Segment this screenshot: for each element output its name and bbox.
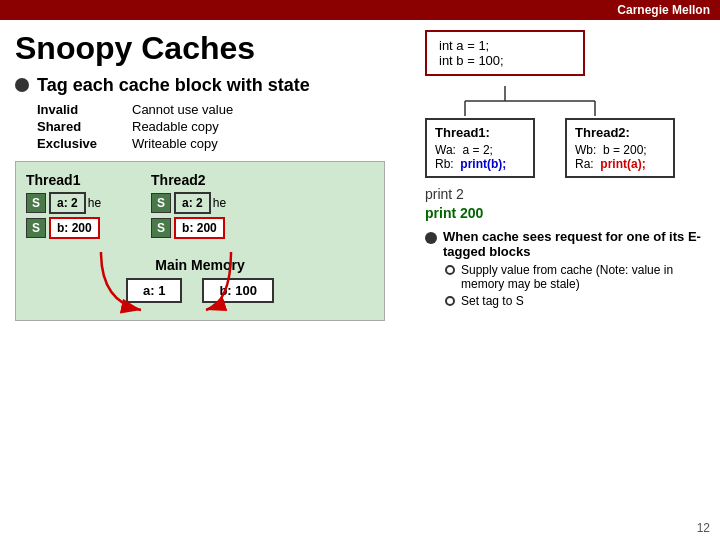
mem-entry-a: a: 1 xyxy=(126,278,182,303)
sub-bullet-1-text: Supply value from cache (Note: value in … xyxy=(461,263,705,291)
main-content: Snoopy Caches Tag each cache block with … xyxy=(0,20,720,331)
right-bullets: When cache sees request for one of its E… xyxy=(425,229,705,308)
print-result-2: print 200 xyxy=(425,205,705,221)
thread1-print-highlight: print(b); xyxy=(460,157,506,171)
states-table: Invalid Cannot use value Shared Readable… xyxy=(37,102,405,151)
cache-blocks-row: Thread1 S a: 2 he S b: 200 Thread2 xyxy=(26,172,374,242)
left-column: Snoopy Caches Tag each cache block with … xyxy=(15,30,405,321)
print-result-1: print 2 xyxy=(425,186,705,202)
thread1-cache: Thread1 S a: 2 he S b: 200 xyxy=(26,172,101,242)
thread2-cache-title: Thread2 xyxy=(151,172,226,188)
state-row-shared: Shared Readable copy xyxy=(37,119,405,134)
state-name-shared: Shared xyxy=(37,119,112,134)
code-box: int a = 1; int b = 100; xyxy=(425,30,585,76)
mem-entry-b: b: 100 xyxy=(202,278,274,303)
state-row-exclusive: Exclusive Writeable copy xyxy=(37,136,405,151)
thread-boxes-row: Thread1: Wa: a = 2; Rb: print(b); Thread… xyxy=(425,118,705,178)
thread2-line1: Wb: b = 200; xyxy=(575,143,665,157)
university-name: Carnegie Mellon xyxy=(617,3,710,17)
page-title: Snoopy Caches xyxy=(15,30,405,67)
thread2-name: Thread2: xyxy=(575,125,665,140)
page-number: 12 xyxy=(697,521,710,535)
state-desc-shared: Readable copy xyxy=(132,119,219,134)
sub-bullet-2: Set tag to S xyxy=(445,294,705,308)
right-column: int a = 1; int b = 100; Thread1: Wa: a =… xyxy=(415,30,705,321)
thread2-entry-a: S a: 2 he xyxy=(151,192,226,214)
state-desc-exclusive: Writeable copy xyxy=(132,136,218,151)
thread1-cache-label-a: he xyxy=(88,196,101,210)
sub-bullet-2-text: Set tag to S xyxy=(461,294,524,308)
thread2-line2: Ra: print(a); xyxy=(575,157,665,171)
sub-bullet-2-icon xyxy=(445,296,455,306)
right-bullet-icon xyxy=(425,232,437,244)
state-name-invalid: Invalid xyxy=(37,102,112,117)
sub-bullet-1: Supply value from cache (Note: value in … xyxy=(445,263,705,291)
code-line-2: int b = 100; xyxy=(439,53,571,68)
thread2-value-b: b: 200 xyxy=(174,217,225,239)
state-name-exclusive: Exclusive xyxy=(37,136,112,151)
thread1-entry-b: S b: 200 xyxy=(26,217,101,239)
main-memory-title: Main Memory xyxy=(26,257,374,273)
header-bar: Carnegie Mellon xyxy=(0,0,720,20)
thread2-info-box: Thread2: Wb: b = 200; Ra: print(a); xyxy=(565,118,675,178)
state-desc-invalid: Cannot use value xyxy=(132,102,233,117)
thread1-cache-title: Thread1 xyxy=(26,172,101,188)
main-memory-entries: a: 1 b: 100 xyxy=(26,278,374,303)
tree-lines xyxy=(425,86,695,116)
thread1-entry-a: S a: 2 he xyxy=(26,192,101,214)
thread1-tag-b: S xyxy=(26,218,46,238)
bullet-icon xyxy=(15,78,29,92)
thread2-cache: Thread2 S a: 2 he S b: 200 xyxy=(151,172,226,242)
print-results: print 2 print 200 xyxy=(425,186,705,221)
thread2-print-highlight: print(a); xyxy=(600,157,645,171)
state-row-invalid: Invalid Cannot use value xyxy=(37,102,405,117)
right-main-bullet: When cache sees request for one of its E… xyxy=(425,229,705,259)
thread2-tag-a: S xyxy=(151,193,171,213)
thread1-info-box: Thread1: Wa: a = 2; Rb: print(b); xyxy=(425,118,535,178)
thread1-line2: Rb: print(b); xyxy=(435,157,525,171)
main-bullet: Tag each cache block with state xyxy=(15,75,405,96)
thread2-tag-b: S xyxy=(151,218,171,238)
code-line-1: int a = 1; xyxy=(439,38,571,53)
main-memory: Main Memory a: 1 b: 100 xyxy=(26,257,374,303)
thread1-tag-a: S xyxy=(26,193,46,213)
sub-bullet-1-icon xyxy=(445,265,455,275)
thread1-value-b: b: 200 xyxy=(49,217,100,239)
cache-diagram: Thread1 S a: 2 he S b: 200 Thread2 xyxy=(15,161,385,321)
thread1-name: Thread1: xyxy=(435,125,525,140)
main-bullet-text: Tag each cache block with state xyxy=(37,75,310,96)
thread1-value-a: a: 2 xyxy=(49,192,86,214)
thread2-value-a: a: 2 xyxy=(174,192,211,214)
right-main-bullet-text: When cache sees request for one of its E… xyxy=(443,229,705,259)
thread1-line1: Wa: a = 2; xyxy=(435,143,525,157)
thread2-cache-label-a: he xyxy=(213,196,226,210)
thread2-entry-b: S b: 200 xyxy=(151,217,226,239)
